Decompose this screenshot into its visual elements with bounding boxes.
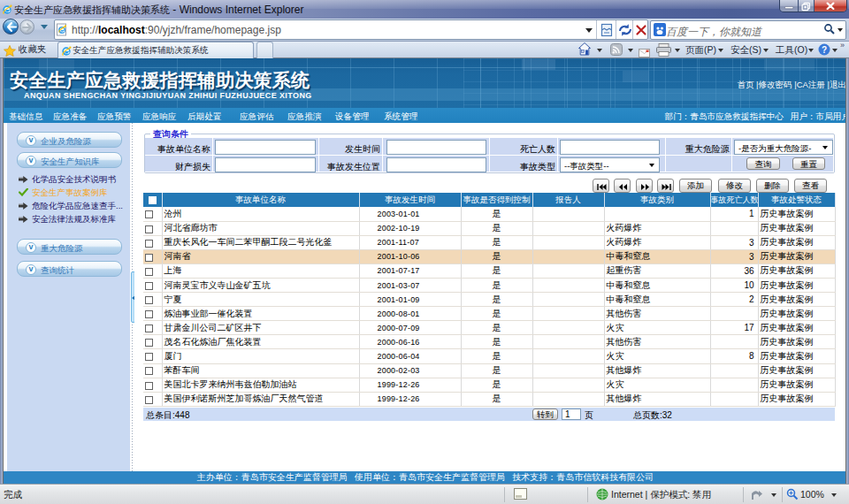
svg-text:?: ?	[822, 45, 827, 55]
